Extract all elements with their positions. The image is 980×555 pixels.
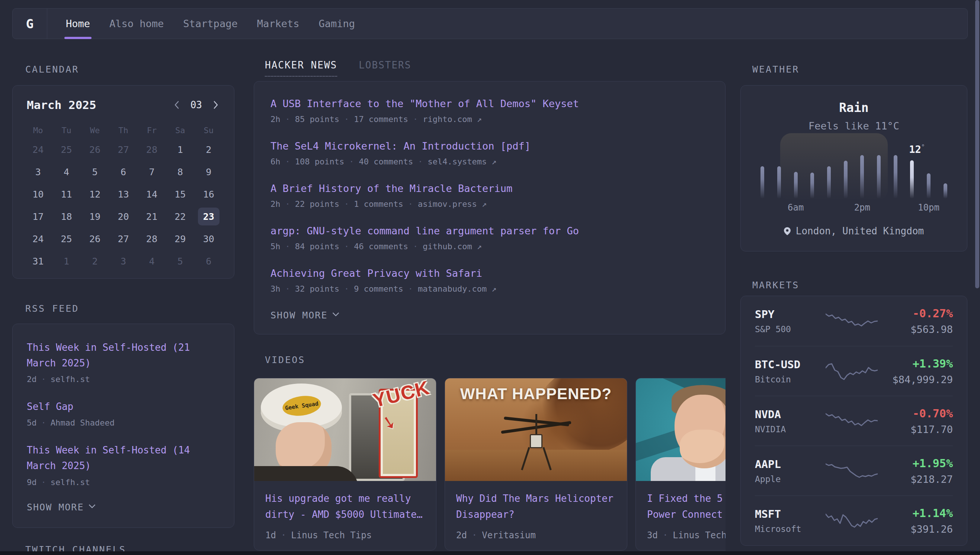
video-card[interactable]: WHAT HAPPENED? Why Did The Mars Helicopt…: [444, 378, 627, 550]
calendar-day[interactable]: 2: [194, 138, 223, 161]
calendar-day[interactable]: 30: [194, 228, 223, 250]
calendar-day[interactable]: 5: [81, 161, 109, 183]
calendar-day[interactable]: 26: [81, 138, 109, 161]
calendar-day[interactable]: 17: [24, 205, 52, 228]
calendar-day[interactable]: 9: [194, 161, 223, 183]
calendar-day[interactable]: 27: [109, 138, 137, 161]
news-item-age: 6h: [271, 157, 281, 166]
rss-item-title[interactable]: Self Gap: [27, 399, 220, 414]
rss-item-title[interactable]: This Week in Self-Hosted (14 March 2025): [27, 442, 220, 473]
news-item-comments[interactable]: 40 comments: [359, 157, 413, 166]
market-change: -0.27%: [882, 307, 953, 320]
market-row-msft[interactable]: MSFT Microsoft +1.14% $391.26: [755, 496, 953, 545]
calendar-day[interactable]: 2: [81, 250, 109, 272]
video-title-line[interactable]: Disappear?: [456, 507, 616, 523]
calendar-day[interactable]: 3: [109, 250, 137, 272]
news-item-comments[interactable]: 17 comments: [354, 115, 408, 124]
news-item: A USB Interface to the "Mother of All De…: [271, 98, 709, 124]
calendar-day-today[interactable]: 23: [194, 205, 223, 228]
calendar-day[interactable]: 31: [24, 250, 52, 272]
calendar-day[interactable]: 6: [109, 161, 137, 183]
tab-hacker-news[interactable]: HACKER NEWS: [265, 59, 337, 77]
video-title-line[interactable]: dirty - AMD $5000 Ultimate…: [265, 507, 425, 523]
calendar-day[interactable]: 1: [52, 250, 80, 272]
calendar-day[interactable]: 12: [81, 183, 109, 205]
calendar-day[interactable]: 21: [138, 205, 166, 228]
calendar-day[interactable]: 4: [138, 250, 166, 272]
news-item-title[interactable]: The SeL4 Microkernel: An Introduction [p…: [271, 140, 709, 152]
dot-separator: ·: [344, 199, 349, 209]
rss-item: This Week in Self-Hosted (14 March 2025)…: [27, 442, 220, 486]
calendar-day[interactable]: 25: [52, 228, 80, 250]
calendar-day[interactable]: 10: [24, 183, 52, 205]
news-item-title[interactable]: A Brief History of the Miracle Bacterium: [271, 183, 709, 194]
weather-bar: [794, 172, 798, 199]
calendar-day[interactable]: 11: [52, 183, 80, 205]
calendar-day[interactable]: 7: [138, 161, 166, 183]
calendar-day[interactable]: 28: [138, 138, 166, 161]
news-item-title[interactable]: Achieving Great Privacy with Safari: [271, 268, 709, 279]
video-card[interactable]: DO I Fixed the 5 Power Connect 3d ·: [635, 378, 725, 550]
market-row-aapl[interactable]: AAPL Apple +1.95% $218.27: [755, 446, 953, 496]
calendar-day[interactable]: 29: [166, 228, 194, 250]
news-item-domain[interactable]: righto.com: [423, 115, 472, 124]
news-tabs: HACKER NEWS LOBSTERS: [265, 59, 725, 77]
video-title-line[interactable]: His upgrade got me really: [265, 491, 425, 507]
news-item-domain[interactable]: sel4.systems: [428, 157, 487, 166]
news-show-more-button[interactable]: SHOW MORE: [271, 310, 709, 321]
rss-show-more-button[interactable]: SHOW MORE: [27, 502, 220, 513]
rss-item: This Week in Self-Hosted (21 March 2025)…: [27, 340, 220, 384]
calendar-day[interactable]: 19: [81, 205, 109, 228]
calendar-day[interactable]: 15: [166, 183, 194, 205]
calendar-day[interactable]: 27: [109, 228, 137, 250]
calendar-weekday-label: Sa: [166, 122, 194, 138]
news-item-comments[interactable]: 1 comments: [354, 199, 403, 209]
calendar-day[interactable]: 20: [109, 205, 137, 228]
external-link-icon: ↗: [491, 157, 496, 166]
calendar-day[interactable]: 13: [109, 183, 137, 205]
calendar-day[interactable]: 8: [166, 161, 194, 183]
calendar-day[interactable]: 6: [194, 250, 223, 272]
video-title-line[interactable]: I Fixed the 5: [647, 491, 725, 507]
calendar-weekday-label: Fr: [138, 122, 166, 138]
video-thumbnail: DO: [636, 378, 725, 481]
news-item-domain[interactable]: github.com: [423, 242, 472, 251]
page-scrollbar[interactable]: [975, 0, 979, 288]
news-item-comments[interactable]: 9 comments: [354, 284, 403, 294]
news-item-title[interactable]: argp: GNU-style command line argument pa…: [271, 225, 709, 237]
news-item: Achieving Great Privacy with Safari 3h ·…: [271, 268, 709, 294]
video-title-line[interactable]: Why Did The Mars Helicopter: [456, 491, 616, 507]
market-change: -0.70%: [882, 407, 953, 420]
weather-tick-label: 10pm: [918, 202, 940, 213]
calendar-day[interactable]: 28: [138, 228, 166, 250]
calendar-day[interactable]: 5: [166, 250, 194, 272]
market-row-nvda[interactable]: NVDA NVIDIA -0.70% $117.70: [755, 396, 953, 446]
clipped-content-strip: [0, 551, 980, 555]
calendar-day[interactable]: 16: [194, 183, 223, 205]
calendar-day[interactable]: 22: [166, 205, 194, 228]
rss-item-title[interactable]: This Week in Self-Hosted (21 March 2025): [27, 340, 220, 371]
calendar-day[interactable]: 1: [166, 138, 194, 161]
calendar-day[interactable]: 14: [138, 183, 166, 205]
calendar-day[interactable]: 18: [52, 205, 80, 228]
tab-lobsters[interactable]: LOBSTERS: [359, 59, 411, 77]
video-title-line[interactable]: Power Connect: [647, 507, 725, 523]
calendar-day[interactable]: 3: [24, 161, 52, 183]
market-sparkline: [821, 309, 882, 333]
video-thumbnail: WHAT HAPPENED?: [445, 378, 627, 481]
calendar-day[interactable]: 26: [81, 228, 109, 250]
news-item-domain[interactable]: asimov.press: [418, 199, 477, 209]
calendar-day[interactable]: 24: [24, 138, 52, 161]
market-ticker: NVDA: [755, 408, 821, 421]
market-row-spy[interactable]: SPY S&P 500 -0.27% $563.98: [755, 296, 953, 346]
news-item-comments[interactable]: 46 comments: [354, 242, 408, 251]
news-item-title[interactable]: A USB Interface to the "Mother of All De…: [271, 98, 709, 109]
news-item-domain[interactable]: matanabudy.com: [418, 284, 487, 294]
market-row-btc[interactable]: BTC-USD Bitcoin +1.39% $84,999.29: [755, 346, 953, 396]
calendar-day[interactable]: 4: [52, 161, 80, 183]
calendar-prev-button[interactable]: [173, 100, 181, 110]
calendar-day[interactable]: 25: [52, 138, 80, 161]
calendar-next-button[interactable]: [212, 100, 220, 110]
calendar-day[interactable]: 24: [24, 228, 52, 250]
video-card[interactable]: Geek Squad YUCK ➘ His upgrade got me rea…: [254, 378, 436, 550]
